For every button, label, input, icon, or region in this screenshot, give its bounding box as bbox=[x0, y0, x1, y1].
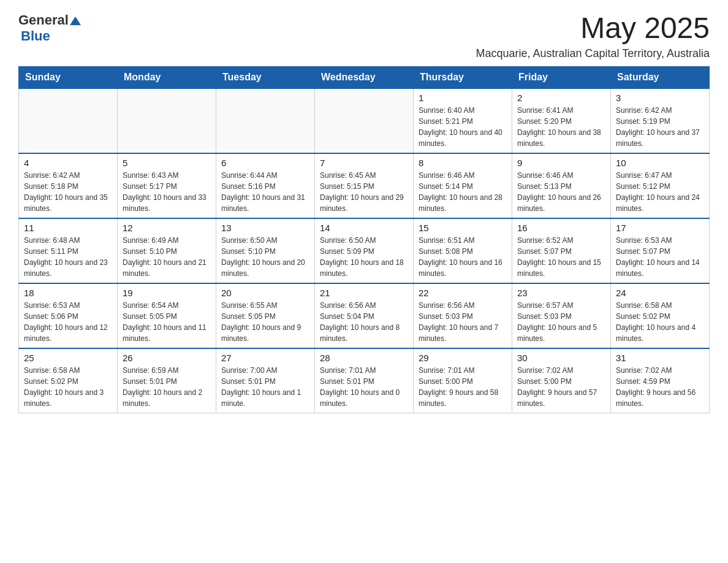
calendar-header-row: SundayMondayTuesdayWednesdayThursdayFrid… bbox=[19, 66, 710, 88]
column-header-wednesday: Wednesday bbox=[315, 66, 414, 88]
day-info: Sunrise: 6:59 AM Sunset: 5:01 PM Dayligh… bbox=[123, 365, 211, 409]
calendar-day-cell: 26Sunrise: 6:59 AM Sunset: 5:01 PM Dayli… bbox=[118, 348, 216, 413]
day-info: Sunrise: 6:52 AM Sunset: 5:07 PM Dayligh… bbox=[517, 235, 605, 279]
calendar-day-cell: 12Sunrise: 6:49 AM Sunset: 5:10 PM Dayli… bbox=[118, 218, 216, 283]
day-info: Sunrise: 6:45 AM Sunset: 5:15 PM Dayligh… bbox=[320, 170, 408, 214]
day-info: Sunrise: 7:01 AM Sunset: 5:00 PM Dayligh… bbox=[419, 365, 507, 409]
calendar-day-cell: 14Sunrise: 6:50 AM Sunset: 5:09 PM Dayli… bbox=[315, 218, 414, 283]
calendar-day-cell: 17Sunrise: 6:53 AM Sunset: 5:07 PM Dayli… bbox=[611, 218, 710, 283]
day-number: 1 bbox=[419, 93, 507, 103]
calendar-day-cell: 7Sunrise: 6:45 AM Sunset: 5:15 PM Daylig… bbox=[315, 153, 414, 218]
day-number: 5 bbox=[123, 158, 211, 168]
column-header-thursday: Thursday bbox=[414, 66, 512, 88]
calendar-day-cell: 6Sunrise: 6:44 AM Sunset: 5:16 PM Daylig… bbox=[216, 153, 315, 218]
calendar-day-cell: 2Sunrise: 6:41 AM Sunset: 5:20 PM Daylig… bbox=[512, 88, 611, 153]
day-number: 2 bbox=[517, 93, 605, 103]
day-number: 14 bbox=[320, 223, 408, 233]
day-info: Sunrise: 6:46 AM Sunset: 5:13 PM Dayligh… bbox=[517, 170, 605, 214]
day-number: 31 bbox=[616, 353, 704, 363]
calendar-day-cell bbox=[315, 88, 414, 153]
day-number: 18 bbox=[24, 288, 112, 298]
day-info: Sunrise: 6:56 AM Sunset: 5:04 PM Dayligh… bbox=[320, 300, 408, 344]
day-info: Sunrise: 6:42 AM Sunset: 5:18 PM Dayligh… bbox=[24, 170, 112, 214]
location-subtitle: Macquarie, Australian Capital Territory,… bbox=[476, 47, 710, 60]
day-number: 3 bbox=[616, 93, 704, 103]
day-number: 19 bbox=[123, 288, 211, 298]
calendar-day-cell: 9Sunrise: 6:46 AM Sunset: 5:13 PM Daylig… bbox=[512, 153, 611, 218]
calendar-day-cell: 1Sunrise: 6:40 AM Sunset: 5:21 PM Daylig… bbox=[414, 88, 512, 153]
day-info: Sunrise: 6:42 AM Sunset: 5:19 PM Dayligh… bbox=[616, 105, 704, 149]
day-info: Sunrise: 6:57 AM Sunset: 5:03 PM Dayligh… bbox=[517, 300, 605, 344]
day-info: Sunrise: 7:02 AM Sunset: 5:00 PM Dayligh… bbox=[517, 365, 605, 409]
calendar-day-cell: 15Sunrise: 6:51 AM Sunset: 5:08 PM Dayli… bbox=[414, 218, 512, 283]
day-number: 25 bbox=[24, 353, 112, 363]
day-number: 12 bbox=[123, 223, 211, 233]
day-number: 8 bbox=[419, 158, 507, 168]
month-year-title: May 2025 bbox=[476, 12, 710, 45]
day-info: Sunrise: 6:58 AM Sunset: 5:02 PM Dayligh… bbox=[616, 300, 704, 344]
day-number: 28 bbox=[320, 353, 408, 363]
calendar-day-cell: 3Sunrise: 6:42 AM Sunset: 5:19 PM Daylig… bbox=[611, 88, 710, 153]
calendar-day-cell: 19Sunrise: 6:54 AM Sunset: 5:05 PM Dayli… bbox=[118, 283, 216, 348]
day-number: 21 bbox=[320, 288, 408, 298]
calendar-day-cell: 11Sunrise: 6:48 AM Sunset: 5:11 PM Dayli… bbox=[19, 218, 118, 283]
day-info: Sunrise: 6:46 AM Sunset: 5:14 PM Dayligh… bbox=[419, 170, 507, 214]
day-number: 13 bbox=[221, 223, 309, 233]
calendar-day-cell bbox=[118, 88, 216, 153]
calendar-day-cell: 23Sunrise: 6:57 AM Sunset: 5:03 PM Dayli… bbox=[512, 283, 611, 348]
calendar-week-row: 25Sunrise: 6:58 AM Sunset: 5:02 PM Dayli… bbox=[19, 348, 710, 413]
column-header-monday: Monday bbox=[118, 66, 216, 88]
logo-general: General bbox=[18, 12, 69, 28]
calendar-day-cell: 16Sunrise: 6:52 AM Sunset: 5:07 PM Dayli… bbox=[512, 218, 611, 283]
day-info: Sunrise: 6:47 AM Sunset: 5:12 PM Dayligh… bbox=[616, 170, 704, 214]
day-info: Sunrise: 6:58 AM Sunset: 5:02 PM Dayligh… bbox=[24, 365, 112, 409]
calendar-day-cell: 27Sunrise: 7:00 AM Sunset: 5:01 PM Dayli… bbox=[216, 348, 315, 413]
day-info: Sunrise: 6:53 AM Sunset: 5:06 PM Dayligh… bbox=[24, 300, 112, 344]
calendar-week-row: 18Sunrise: 6:53 AM Sunset: 5:06 PM Dayli… bbox=[19, 283, 710, 348]
day-number: 15 bbox=[419, 223, 507, 233]
logo: General Blue bbox=[18, 12, 81, 44]
day-number: 4 bbox=[24, 158, 112, 168]
calendar-table: SundayMondayTuesdayWednesdayThursdayFrid… bbox=[18, 66, 710, 413]
day-number: 7 bbox=[320, 158, 408, 168]
day-info: Sunrise: 7:01 AM Sunset: 5:01 PM Dayligh… bbox=[320, 365, 408, 409]
day-number: 6 bbox=[221, 158, 309, 168]
logo-blue: Blue bbox=[21, 28, 50, 44]
calendar-day-cell: 28Sunrise: 7:01 AM Sunset: 5:01 PM Dayli… bbox=[315, 348, 414, 413]
day-number: 16 bbox=[517, 223, 605, 233]
day-info: Sunrise: 6:40 AM Sunset: 5:21 PM Dayligh… bbox=[419, 105, 507, 149]
day-info: Sunrise: 6:41 AM Sunset: 5:20 PM Dayligh… bbox=[517, 105, 605, 149]
column-header-saturday: Saturday bbox=[611, 66, 710, 88]
day-info: Sunrise: 6:48 AM Sunset: 5:11 PM Dayligh… bbox=[24, 235, 112, 279]
column-header-friday: Friday bbox=[512, 66, 611, 88]
calendar-day-cell: 21Sunrise: 6:56 AM Sunset: 5:04 PM Dayli… bbox=[315, 283, 414, 348]
day-info: Sunrise: 6:43 AM Sunset: 5:17 PM Dayligh… bbox=[123, 170, 211, 214]
day-info: Sunrise: 6:54 AM Sunset: 5:05 PM Dayligh… bbox=[123, 300, 211, 344]
day-number: 17 bbox=[616, 223, 704, 233]
day-number: 27 bbox=[221, 353, 309, 363]
calendar-day-cell: 8Sunrise: 6:46 AM Sunset: 5:14 PM Daylig… bbox=[414, 153, 512, 218]
title-section: May 2025 Macquarie, Australian Capital T… bbox=[476, 12, 710, 60]
day-info: Sunrise: 6:53 AM Sunset: 5:07 PM Dayligh… bbox=[616, 235, 704, 279]
calendar-day-cell: 31Sunrise: 7:02 AM Sunset: 4:59 PM Dayli… bbox=[611, 348, 710, 413]
calendar-day-cell bbox=[216, 88, 315, 153]
day-number: 10 bbox=[616, 158, 704, 168]
day-info: Sunrise: 6:55 AM Sunset: 5:05 PM Dayligh… bbox=[221, 300, 309, 344]
day-info: Sunrise: 6:49 AM Sunset: 5:10 PM Dayligh… bbox=[123, 235, 211, 279]
day-number: 29 bbox=[419, 353, 507, 363]
day-info: Sunrise: 6:50 AM Sunset: 5:10 PM Dayligh… bbox=[221, 235, 309, 279]
day-info: Sunrise: 6:50 AM Sunset: 5:09 PM Dayligh… bbox=[320, 235, 408, 279]
calendar-day-cell bbox=[19, 88, 118, 153]
calendar-day-cell: 13Sunrise: 6:50 AM Sunset: 5:10 PM Dayli… bbox=[216, 218, 315, 283]
day-number: 30 bbox=[517, 353, 605, 363]
calendar-day-cell: 25Sunrise: 6:58 AM Sunset: 5:02 PM Dayli… bbox=[19, 348, 118, 413]
day-info: Sunrise: 7:00 AM Sunset: 5:01 PM Dayligh… bbox=[221, 365, 309, 409]
day-number: 9 bbox=[517, 158, 605, 168]
calendar-day-cell: 18Sunrise: 6:53 AM Sunset: 5:06 PM Dayli… bbox=[19, 283, 118, 348]
calendar-week-row: 11Sunrise: 6:48 AM Sunset: 5:11 PM Dayli… bbox=[19, 218, 710, 283]
day-info: Sunrise: 6:56 AM Sunset: 5:03 PM Dayligh… bbox=[419, 300, 507, 344]
column-header-sunday: Sunday bbox=[19, 66, 118, 88]
day-number: 24 bbox=[616, 288, 704, 298]
calendar-day-cell: 22Sunrise: 6:56 AM Sunset: 5:03 PM Dayli… bbox=[414, 283, 512, 348]
calendar-week-row: 1Sunrise: 6:40 AM Sunset: 5:21 PM Daylig… bbox=[19, 88, 710, 153]
